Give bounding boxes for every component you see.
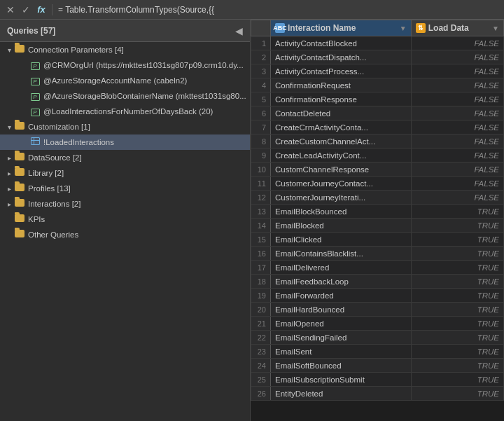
interaction-name-cell: ContactDeleted	[271, 106, 412, 120]
load-data-cell: FALSE	[411, 50, 503, 64]
sidebar-item-kpis[interactable]: KPIs	[0, 212, 250, 227]
table-row[interactable]: 10CustomChannelResponseFALSE	[251, 163, 504, 177]
table-row[interactable]: 26EntityDeletedTRUE	[251, 387, 504, 401]
table-row[interactable]: 7CreateCrmActivityConta...FALSE	[251, 120, 504, 134]
interaction-name-cell: EmailOpened	[271, 317, 412, 331]
row-number-cell: 12	[251, 191, 271, 205]
sidebar-item-loaded-interactions[interactable]: !LoadedInteractions	[0, 134, 250, 150]
table-row[interactable]: 9CreateLeadActivityCont...FALSE	[251, 149, 504, 163]
collapse-button[interactable]: ◀	[235, 25, 243, 36]
col-header-load-data[interactable]: ⇅ Load Data ▼	[411, 20, 503, 36]
close-icon[interactable]: ✕	[4, 4, 17, 15]
sidebar-item-datasource[interactable]: ▸ DataSource [2]	[0, 150, 250, 165]
table-row[interactable]: 21EmailOpenedTRUE	[251, 317, 504, 331]
interaction-name-cell: CustomChannelResponse	[271, 163, 412, 177]
row-number-cell: 11	[251, 177, 271, 191]
load-data-cell: FALSE	[411, 163, 503, 177]
table-row[interactable]: 2ActivityContactDispatch...FALSE	[251, 50, 504, 64]
folder-icon	[14, 184, 25, 193]
interaction-name-cell: CustomerJourneyIterati...	[271, 191, 412, 205]
table-row[interactable]: 5ConfirmationResponseFALSE	[251, 92, 504, 106]
row-number-cell: 14	[251, 219, 271, 233]
load-data-cell: FALSE	[411, 177, 503, 191]
sidebar-item-connection-params[interactable]: ▾ Connection Parameters [4]	[0, 42, 250, 57]
table-row[interactable]: 20EmailHardBouncedTRUE	[251, 303, 504, 317]
col-label-interaction-name: Interaction Name	[288, 23, 356, 33]
table-row[interactable]: 17EmailDeliveredTRUE	[251, 261, 504, 275]
tree-label: Customization [1]	[28, 123, 90, 131]
row-number-cell: 7	[251, 120, 271, 134]
data-table-wrapper[interactable]: ABC Interaction Name ▼ ⇅ Load Data ▼	[251, 20, 504, 421]
tree-label: Interactions [2]	[28, 200, 80, 208]
expand-icon: ▸	[4, 170, 14, 177]
tree-label: Other Queries	[28, 230, 78, 239]
sidebar-item-customization[interactable]: ▾ Customization [1]	[0, 119, 250, 134]
row-number-cell: 22	[251, 331, 271, 345]
load-data-cell: TRUE	[411, 233, 503, 247]
sidebar-item-interactions[interactable]: ▸ Interactions [2]	[0, 196, 250, 212]
load-data-cell: TRUE	[411, 373, 503, 387]
interaction-name-cell: ActivityContactDispatch...	[271, 50, 412, 64]
col-header-interaction-name[interactable]: ABC Interaction Name ▼	[271, 20, 412, 36]
table-row[interactable]: 23EmailSentTRUE	[251, 345, 504, 359]
confirm-icon[interactable]: ✓	[20, 4, 32, 15]
sidebar-item-library[interactable]: ▸ Library [2]	[0, 165, 250, 181]
row-number-header	[251, 20, 271, 36]
row-number-cell: 24	[251, 359, 271, 373]
load-data-cell: TRUE	[411, 345, 503, 359]
table-row[interactable]: 22EmailSendingFailedTRUE	[251, 331, 504, 345]
sidebar-item-crm-url[interactable]: P @CRMOrgUrl (https://mkttest1031sg807p0…	[0, 57, 250, 73]
param-icon: P	[29, 106, 41, 116]
table-row[interactable]: 13EmailBlockBouncedTRUE	[251, 205, 504, 219]
load-data-cell: TRUE	[411, 261, 503, 275]
table-row[interactable]: 15EmailClickedTRUE	[251, 233, 504, 247]
filter-icon-2[interactable]: ▼	[492, 25, 499, 32]
load-data-cell: TRUE	[411, 331, 503, 345]
interaction-name-cell: ConfirmationResponse	[271, 92, 412, 106]
row-number-cell: 19	[251, 289, 271, 303]
load-data-cell: FALSE	[411, 149, 503, 163]
table-row[interactable]: 14EmailBlockedTRUE	[251, 219, 504, 233]
interaction-name-cell: CreateLeadActivityCont...	[271, 149, 412, 163]
folder-icon	[14, 45, 25, 55]
sidebar-item-azure-account[interactable]: P @AzureStorageAccountName (cabeln2)	[0, 73, 250, 88]
table-row[interactable]: 8CreateCustomChannelAct...FALSE	[251, 134, 504, 149]
interaction-name-cell: ActivityContactProcess...	[271, 64, 412, 78]
row-number-cell: 18	[251, 275, 271, 289]
table-row[interactable]: 11CustomerJourneyContact...FALSE	[251, 177, 504, 191]
sidebar-content[interactable]: ▾ Connection Parameters [4] P @CRMOrgUrl…	[0, 42, 250, 421]
interaction-name-cell: EmailBlockBounced	[271, 205, 412, 219]
row-number-cell: 4	[251, 78, 271, 92]
load-data-cell: FALSE	[411, 106, 503, 120]
table-row[interactable]: 1ActivityContactBlockedFALSE	[251, 36, 504, 50]
row-number-cell: 1	[251, 36, 271, 50]
interaction-name-cell: EmailBlocked	[271, 219, 412, 233]
row-number-cell: 26	[251, 387, 271, 401]
table-row[interactable]: 16EmailContainsBlacklist...TRUE	[251, 247, 504, 261]
table-row[interactable]: 18EmailFeedbackLoopTRUE	[251, 275, 504, 289]
interaction-name-cell: EmailForwarded	[271, 289, 412, 303]
table-row[interactable]: 3ActivityContactProcess...FALSE	[251, 64, 504, 78]
sidebar-item-load-interactions[interactable]: P @LoadInteractionsForNumberOfDaysBack (…	[0, 104, 250, 119]
load-data-cell: TRUE	[411, 289, 503, 303]
interaction-name-cell: CustomerJourneyContact...	[271, 177, 412, 191]
row-number-cell: 10	[251, 163, 271, 177]
folder-icon	[14, 214, 25, 224]
table-row[interactable]: 24EmailSoftBouncedTRUE	[251, 359, 504, 373]
table-row[interactable]: 12CustomerJourneyIterati...FALSE	[251, 191, 504, 205]
main-layout: Queries [57] ◀ ▾ Connection Parameters […	[0, 20, 504, 421]
load-data-cell: FALSE	[411, 78, 503, 92]
folder-icon	[14, 122, 25, 132]
table-row[interactable]: 6ContactDeletedFALSE	[251, 106, 504, 120]
row-number-cell: 16	[251, 247, 271, 261]
tree-label: @CRMOrgUrl (https://mkttest1031sg807p09.…	[43, 61, 244, 69]
sidebar-item-other-queries[interactable]: Other Queries	[0, 227, 250, 242]
load-data-cell: TRUE	[411, 303, 503, 317]
sidebar-item-azure-blob[interactable]: P @AzureStorageBlobContainerName (mkttes…	[0, 88, 250, 104]
table-row[interactable]: 19EmailForwardedTRUE	[251, 289, 504, 303]
folder-icon	[14, 168, 25, 178]
filter-icon[interactable]: ▼	[400, 25, 407, 32]
table-row[interactable]: 25EmailSubscriptionSubmitTRUE	[251, 373, 504, 387]
table-row[interactable]: 4ConfirmationRequestFALSE	[251, 78, 504, 92]
sidebar-item-profiles[interactable]: ▸ Profiles [13]	[0, 181, 250, 196]
